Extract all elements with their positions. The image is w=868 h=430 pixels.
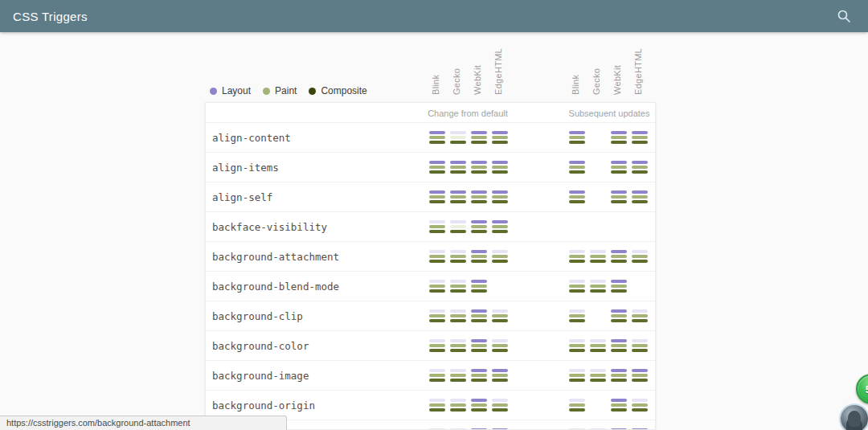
composite-bar [450,260,466,263]
layout-bar [569,399,585,402]
property-name[interactable]: background-color [212,331,309,361]
table-row[interactable]: align-items [206,152,655,182]
trigger-icon [632,131,648,144]
property-name[interactable]: background-blend-mode [212,272,339,301]
paint-bar [492,314,508,317]
composite-bar [471,408,487,412]
trigger-icon [471,220,487,233]
profile-avatar[interactable] [841,405,868,430]
composite-bar [450,141,466,144]
paint-bar [569,374,585,377]
trigger-icon [450,131,466,144]
composite-bar [450,230,466,233]
paint-bar [632,195,648,199]
layout-bar [569,190,585,194]
composite-bar [450,408,466,412]
trigger-icon [611,399,627,412]
table-row[interactable]: align-self [206,182,655,211]
legend-label: Composite [321,85,366,96]
trigger-icon [471,399,487,412]
layout-bar [632,190,648,194]
composite-bar [429,170,445,174]
table-row[interactable]: background-color [206,330,655,360]
search-icon [837,9,851,23]
composite-bar [569,200,585,203]
property-name[interactable]: background-image [212,361,309,391]
paint-bar [611,374,627,377]
paint-bar [429,285,445,288]
composite-bar [569,260,585,263]
search-button[interactable] [833,5,855,27]
trigger-icon [471,339,487,352]
trigger-icon [471,369,487,382]
composite-bar [471,200,487,203]
paint-bar [450,195,466,199]
trigger-icon [429,309,445,322]
paint-bar [429,314,445,317]
table-row[interactable]: backface-visibility [206,211,655,241]
composite-bar [611,170,627,174]
trigger-icon [611,131,627,144]
layout-bar [611,309,627,313]
paint-bar [611,285,627,288]
paint-bar [429,225,445,228]
paint-bar [632,344,648,347]
property-name[interactable]: align-self [212,182,272,212]
property-name[interactable]: backface-visibility [212,212,327,242]
composite-bar [569,319,585,322]
layout-bar [429,161,445,164]
composite-bar [429,319,445,322]
paint-bar [450,255,466,258]
trigger-icon [429,369,445,382]
property-name[interactable]: background-attachment [212,242,339,272]
trigger-icon [429,131,445,144]
paint-bar [471,195,487,199]
layout-bar [632,250,648,253]
composite-bar [450,289,466,293]
layout-bar [450,190,466,194]
rows: align-contentalign-itemsalign-selfbackfa… [206,122,655,430]
paint-bar [492,344,508,347]
table-row[interactable]: background-blend-mode [206,271,655,301]
trigger-icon [450,309,466,322]
composite-bar [450,200,466,203]
property-name[interactable]: background-clip [212,301,303,331]
paint-bar [611,344,627,347]
layout-bar [590,250,606,253]
paint-bar [632,166,648,169]
table-row[interactable]: background-clip [206,301,655,330]
composite-bar [450,319,466,322]
paint-bar [492,403,508,407]
trigger-icon [492,399,508,412]
paint-bar [429,195,445,199]
composite-bar [569,289,585,293]
layout-bar [450,339,466,342]
composite-bar [429,408,445,412]
trigger-icon [429,190,445,203]
engine-header-blink: Blink [431,75,441,95]
layout-bar [471,280,487,283]
layout-bar [492,369,508,372]
trigger-icon [611,369,627,382]
property-name[interactable]: align-content [212,123,291,153]
legend: Layout Paint Composite [210,85,367,96]
table-row[interactable]: background-image [206,360,655,390]
property-name[interactable]: align-items [212,153,279,182]
layout-bar [569,339,585,342]
layout-bar [632,399,648,402]
layout-bar [569,369,585,372]
composite-bar [632,141,648,144]
table-row[interactable]: background-attachment [206,241,655,271]
composite-bar [611,260,627,263]
layout-bar [429,309,445,313]
paint-bar [590,285,606,288]
composite-bar [450,379,466,382]
composite-bar [632,200,648,203]
layout-bar [569,161,585,164]
trigger-icon [471,309,487,322]
composite-bar [569,349,585,352]
trigger-icon [429,161,445,174]
layout-bar [569,309,585,313]
paint-bar [632,403,648,407]
table-row[interactable]: align-content [206,122,655,152]
